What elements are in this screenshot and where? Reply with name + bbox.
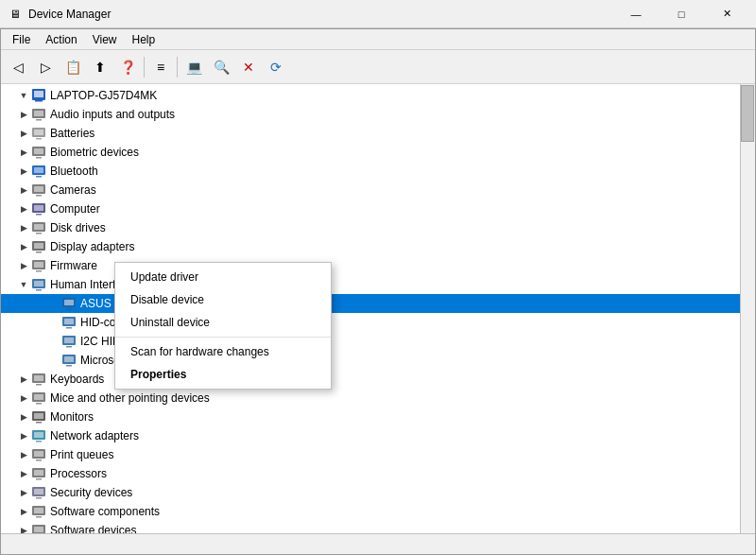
expand-icon-hid-i2c	[46, 334, 61, 349]
svg-rect-31	[34, 281, 43, 286]
svg-rect-65	[36, 497, 42, 499]
root-expand-icon[interactable]: ▼	[16, 88, 31, 103]
item-icon-batteries	[31, 126, 46, 141]
tree-item-disk[interactable]: ▶ Disk drives	[1, 218, 755, 237]
svg-rect-22	[34, 224, 43, 230]
expand-icon-cameras[interactable]: ▶	[16, 182, 31, 198]
tree-item-software-dev[interactable]: ▶ Software devices	[1, 521, 755, 533]
tree-item-software-comp[interactable]: ▶ Software components	[1, 502, 755, 521]
svg-rect-4	[34, 111, 43, 116]
tree-item-audio[interactable]: ▶ Audio inputs and outputs	[1, 105, 755, 124]
expand-icon-firmware[interactable]: ▶	[16, 258, 31, 273]
update-driver-button[interactable]: ⬆	[87, 54, 113, 80]
svg-rect-5	[36, 119, 42, 121]
item-label-computer: Computer	[50, 202, 100, 216]
svg-rect-2	[35, 100, 43, 102]
toolbar-separator	[144, 57, 145, 78]
item-icon-computer	[31, 201, 46, 217]
expand-icon-software-dev[interactable]: ▶	[16, 523, 31, 533]
view-type-button[interactable]: ≡	[147, 54, 174, 80]
expand-icon-hid[interactable]: ▼	[16, 277, 31, 292]
svg-rect-34	[64, 300, 74, 305]
tree-item-bluetooth[interactable]: ▶ Bluetooth	[1, 162, 755, 181]
item-icon-software-dev	[31, 523, 46, 533]
tree-item-batteries[interactable]: ▶ Batteries	[1, 124, 755, 143]
svg-rect-64	[34, 489, 43, 494]
expand-icon-mice[interactable]: ▶	[16, 390, 31, 406]
svg-rect-68	[36, 516, 42, 518]
status-bar	[1, 533, 755, 554]
expand-icon-software-comp[interactable]: ▶	[16, 504, 31, 519]
context-menu-item-uninstall-device[interactable]: Uninstall device	[115, 311, 331, 334]
expand-icon-audio[interactable]: ▶	[16, 107, 31, 122]
expand-icon-monitors[interactable]: ▶	[16, 409, 31, 425]
expand-icon-batteries[interactable]: ▶	[16, 126, 31, 141]
expand-icon-biometric[interactable]: ▶	[16, 145, 31, 160]
scrollbar-thumb[interactable]	[741, 85, 754, 142]
expand-icon-display[interactable]: ▶	[16, 239, 31, 254]
properties-button[interactable]: 📋	[60, 54, 86, 80]
remove-button[interactable]: ✕	[235, 54, 262, 80]
maximize-button[interactable]: □	[660, 0, 703, 28]
tree-item-security[interactable]: ▶ Security devices	[1, 483, 755, 502]
item-icon-monitors	[31, 409, 46, 425]
tree-item-display[interactable]: ▶ Display adapters	[1, 237, 755, 256]
item-label-biometric: Biometric devices	[50, 146, 139, 159]
item-icon-cameras	[31, 182, 46, 198]
tree-item-mice[interactable]: ▶ Mice and other pointing devices	[1, 389, 755, 408]
context-menu-item-disable-device[interactable]: Disable device	[115, 288, 331, 311]
expand-icon-processors[interactable]: ▶	[16, 466, 31, 481]
refresh-button[interactable]: ⟳	[263, 54, 289, 80]
back-button[interactable]: ◁	[5, 54, 31, 80]
svg-rect-62	[36, 478, 42, 480]
expand-icon-disk[interactable]: ▶	[16, 220, 31, 235]
svg-rect-61	[34, 470, 43, 476]
item-icon-biometric	[31, 145, 46, 160]
expand-icon-keyboard[interactable]: ▶	[16, 372, 31, 387]
item-icon-print	[31, 447, 46, 462]
item-label-disk: Disk drives	[50, 221, 106, 234]
menu-item-help[interactable]: Help	[125, 31, 163, 48]
scan-button[interactable]: 🔍	[208, 54, 234, 80]
context-menu-item-update-driver[interactable]: Update driver	[115, 266, 331, 288]
svg-rect-55	[34, 432, 43, 438]
tree-panel[interactable]: ▼ LAPTOP-GJ57D4MK ▶ Audio inputs and out…	[1, 84, 755, 533]
context-menu-separator	[115, 337, 331, 338]
expand-icon-hid-hid	[46, 315, 61, 330]
item-label-software-comp: Software components	[50, 505, 160, 518]
tree-root[interactable]: ▼ LAPTOP-GJ57D4MK	[1, 86, 755, 105]
tree-item-biometric[interactable]: ▶ Biometric devices	[1, 143, 755, 162]
expand-icon-network[interactable]: ▶	[16, 428, 31, 443]
context-menu-item-properties[interactable]: Properties	[115, 363, 331, 386]
item-label-software-dev: Software devices	[50, 524, 136, 533]
tree-item-monitors[interactable]: ▶ Monitors	[1, 408, 755, 426]
tree-item-print[interactable]: ▶ Print queues	[1, 445, 755, 464]
item-label-processors: Processors	[50, 467, 107, 480]
svg-rect-70	[34, 527, 43, 532]
menu-item-view[interactable]: View	[85, 31, 125, 48]
expand-icon-computer[interactable]: ▶	[16, 201, 31, 217]
tree-item-processors[interactable]: ▶ Processors	[1, 464, 755, 483]
forward-button[interactable]: ▷	[32, 54, 59, 80]
expand-icon-security[interactable]: ▶	[16, 485, 31, 500]
toolbar: ◁▷📋⬆❓≡💻🔍✕⟳	[1, 50, 755, 84]
svg-rect-37	[64, 319, 74, 324]
scrollbar[interactable]	[740, 84, 755, 533]
menu-item-file[interactable]: File	[5, 31, 38, 48]
minimize-button[interactable]: —	[614, 0, 658, 28]
item-icon-hid-hid	[61, 315, 77, 330]
help-button[interactable]: ❓	[114, 54, 141, 80]
title-bar-icon: 🖥	[8, 7, 23, 22]
svg-rect-52	[34, 413, 43, 419]
svg-rect-14	[36, 176, 42, 178]
menu-item-action[interactable]: Action	[38, 31, 84, 48]
tree-item-network[interactable]: ▶ Network adapters	[1, 426, 755, 445]
close-button[interactable]: ✕	[705, 0, 748, 28]
expand-icon-bluetooth[interactable]: ▶	[16, 164, 31, 179]
computer-button[interactable]: 💻	[180, 54, 207, 80]
expand-icon-print[interactable]: ▶	[16, 447, 31, 462]
item-icon-display	[31, 239, 46, 254]
context-menu-item-scan-hardware[interactable]: Scan for hardware changes	[115, 340, 331, 363]
tree-item-computer[interactable]: ▶ Computer	[1, 199, 755, 218]
tree-item-cameras[interactable]: ▶ Cameras	[1, 181, 755, 199]
